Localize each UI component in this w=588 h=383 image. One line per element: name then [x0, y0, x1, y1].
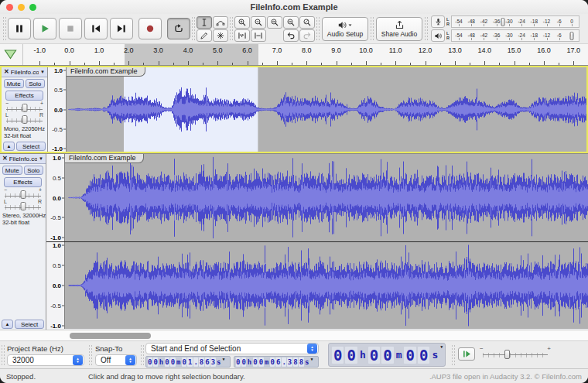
- volume-slider-thumb[interactable]: [501, 18, 504, 26]
- track2-left-waveform[interactable]: [65, 154, 588, 241]
- time-format-caret-icon[interactable]: ▼: [310, 357, 313, 362]
- meter-scale[interactable]: -54-48-42-36-30-24-18-12-60: [451, 15, 579, 28]
- meter-scale[interactable]: -54-48-42-36-30-24-18-12-60: [451, 29, 579, 42]
- track1-pan-slider[interactable]: L R: [5, 113, 43, 124]
- track2-header[interactable]: ✕ FileInfo.com ▼: [0, 154, 46, 164]
- time-format-caret-icon[interactable]: ▼: [440, 344, 443, 351]
- mic-icon[interactable]: [431, 15, 445, 28]
- zoom-window-button[interactable]: [29, 4, 36, 11]
- project-rate-dropdown[interactable]: 32000 ▲▼: [7, 354, 84, 366]
- pinned-play-head-icon: [4, 50, 17, 60]
- undo-button[interactable]: [283, 29, 299, 42]
- draw-tool-button[interactable]: [197, 29, 212, 42]
- share-audio-label: Share Audio: [381, 30, 417, 38]
- record-button[interactable]: [138, 18, 162, 39]
- toolbar-grip[interactable]: [229, 16, 234, 41]
- zoom-toggle-button[interactable]: [299, 16, 315, 29]
- silence-audio-button[interactable]: [251, 29, 266, 42]
- multi-tool-button[interactable]: [213, 29, 228, 42]
- close-track-icon[interactable]: ✕: [4, 69, 9, 75]
- zoom-in-button[interactable]: [234, 16, 250, 29]
- fit-selection-button[interactable]: [267, 16, 282, 29]
- track2-name[interactable]: FileInfo.com: [9, 156, 37, 162]
- zoom-out-button[interactable]: [251, 16, 266, 29]
- track-menu-caret-icon[interactable]: ▼: [39, 156, 43, 161]
- loop-button[interactable]: [167, 18, 190, 39]
- recording-meter[interactable]: LR-54-48-42-36-30-24-18-12-60: [431, 15, 579, 29]
- track2-gain-slider[interactable]: − +: [4, 188, 42, 199]
- track2-left-vertical-ruler[interactable]: 1.00.50.0-0.5-1.0: [46, 154, 65, 241]
- track2-select-button[interactable]: Select: [15, 320, 44, 329]
- track1-mute-button[interactable]: Mute: [4, 79, 24, 88]
- redo-button[interactable]: [299, 29, 315, 42]
- selection-tool-button[interactable]: [197, 16, 212, 29]
- play-button[interactable]: [33, 18, 56, 39]
- stop-button[interactable]: [59, 18, 82, 39]
- track1-vertical-ruler[interactable]: 1.00.50.0-0.5-1.0: [48, 67, 67, 152]
- minimize-window-button[interactable]: [18, 4, 25, 11]
- envelope-tool-button[interactable]: [213, 16, 228, 29]
- pause-button[interactable]: [8, 18, 31, 39]
- track1-effects-button[interactable]: Effects: [5, 91, 43, 101]
- toolbar-grip[interactable]: [451, 344, 455, 365]
- track1-format-info: Mono, 22050Hz 32-bit float: [4, 125, 47, 139]
- toolbar-grip[interactable]: [2, 16, 7, 41]
- time-format-caret-icon[interactable]: ▼: [222, 357, 224, 362]
- audio-position-time[interactable]: 00h00m00s▼: [328, 343, 446, 367]
- track2-clip-title[interactable]: FileInfo.com Example: [65, 154, 144, 163]
- play-at-speed-button[interactable]: [458, 347, 475, 361]
- status-bar: Stopped. Click and drag to move right se…: [0, 368, 588, 383]
- track2-right-vertical-ruler[interactable]: 1.00.50.0-0.5-1.0: [46, 242, 65, 329]
- playback-status: Stopped.: [6, 372, 88, 381]
- playback-speed-slider[interactable]: − +: [480, 347, 551, 361]
- track1-solo-button[interactable]: Solo: [26, 79, 46, 88]
- toolbar-grip[interactable]: [424, 16, 429, 41]
- speaker-icon[interactable]: [431, 29, 445, 42]
- track1-waveform[interactable]: [67, 67, 586, 152]
- skip-to-start-button[interactable]: [84, 18, 108, 39]
- timeline-options-corner[interactable]: [0, 44, 23, 65]
- trim-audio-button[interactable]: [234, 29, 250, 42]
- close-window-button[interactable]: [6, 4, 13, 11]
- toolbar-grip[interactable]: [370, 16, 374, 41]
- fit-project-button[interactable]: [283, 16, 299, 29]
- track1-header[interactable]: ✕ FileInfo.com ▼: [2, 67, 47, 77]
- track1-collapse-button[interactable]: ▲: [3, 142, 15, 151]
- share-audio-button[interactable]: Share Audio: [376, 17, 422, 41]
- selection-end-time[interactable]: 00h00m06.388s▼: [234, 356, 319, 368]
- toolbar-grip[interactable]: [140, 344, 144, 365]
- audio-setup-button[interactable]: Audio Setup: [322, 17, 368, 41]
- toolbar-grip[interactable]: [316, 16, 320, 41]
- horizontal-scrollbar-thumb[interactable]: [70, 333, 151, 339]
- status-hint: Click and drag to move right selection b…: [88, 372, 429, 381]
- track2-effects-button[interactable]: Effects: [4, 177, 42, 187]
- track1-name[interactable]: FileInfo.com: [11, 69, 39, 76]
- close-track-icon[interactable]: ✕: [2, 156, 8, 162]
- track-menu-caret-icon[interactable]: ▼: [40, 70, 45, 74]
- pan-slider-thumb[interactable]: [20, 202, 26, 210]
- toolbar-grip[interactable]: [191, 16, 196, 41]
- track2-solo-button[interactable]: Solo: [24, 166, 44, 175]
- volume-slider-thumb[interactable]: [569, 32, 573, 40]
- track1-select-button[interactable]: Select: [16, 142, 46, 151]
- gain-slider-thumb[interactable]: [20, 190, 26, 199]
- gain-slider-thumb[interactable]: [22, 104, 27, 112]
- selection-start-time[interactable]: 00h00m01.863s▼: [145, 356, 231, 368]
- track2-mute-button[interactable]: Mute: [2, 166, 22, 175]
- snap-to-dropdown[interactable]: Off ▲▼: [95, 354, 137, 366]
- track2-pan-slider[interactable]: L R: [4, 200, 42, 210]
- toolbar-grip[interactable]: [88, 344, 92, 365]
- track1-gain-slider[interactable]: − +: [5, 101, 43, 112]
- pan-slider-thumb[interactable]: [22, 115, 27, 124]
- horizontal-scrollbar[interactable]: [0, 330, 588, 340]
- timeline-ruler[interactable]: -1.00.01.02.03.04.05.06.07.08.09.010.011…: [23, 44, 588, 65]
- speed-minus-label: −: [480, 345, 484, 352]
- skip-to-end-button[interactable]: [110, 18, 133, 39]
- toolbar-grip[interactable]: [1, 344, 5, 365]
- speed-slider-thumb[interactable]: [504, 350, 510, 359]
- track1-clip-title[interactable]: FileInfo.com Example: [67, 67, 145, 77]
- track2-right-waveform[interactable]: [65, 242, 588, 329]
- playback-meter[interactable]: LR-54-48-42-36-30-24-18-12-60: [431, 29, 579, 43]
- track2-collapse-button[interactable]: ▲: [2, 320, 13, 329]
- selection-mode-dropdown[interactable]: Start and End of Selection ▲▼: [145, 343, 319, 354]
